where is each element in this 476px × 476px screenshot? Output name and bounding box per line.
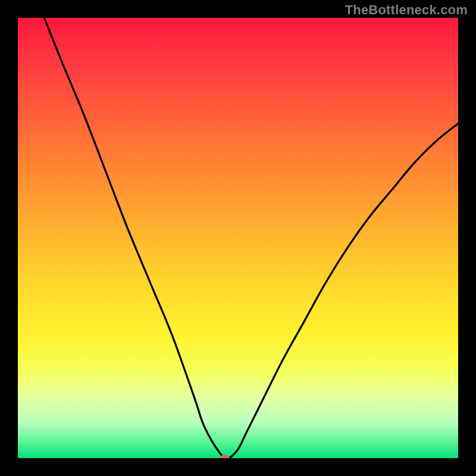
curve-svg [18,18,458,458]
watermark-text: TheBottleneck.com [345,2,468,18]
chart-stage: TheBottleneck.com [0,0,476,476]
plot-area [18,18,458,458]
bottleneck-curve [44,18,458,458]
